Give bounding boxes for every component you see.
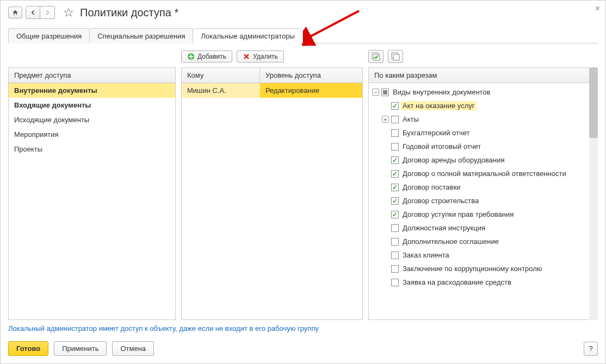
tree-checkbox[interactable] <box>391 279 399 286</box>
forward-button[interactable] <box>40 7 54 18</box>
tree-label: Заказ клиента <box>401 250 451 260</box>
svg-rect-5 <box>393 54 399 60</box>
tree-item[interactable]: Договор строительства <box>369 194 597 208</box>
tree-label: Виды внутренних документов <box>391 87 492 97</box>
tree-checkbox[interactable] <box>381 89 389 96</box>
delete-label: Удалить <box>253 53 278 60</box>
tree-item[interactable]: Договор аренды оборудования <box>369 153 597 167</box>
tree-toggle-icon <box>382 184 389 191</box>
tree-item[interactable]: Договор уступки прав требования <box>369 208 597 221</box>
tree-toggle-icon <box>382 211 389 218</box>
tree-item[interactable]: Договор о полной материальной ответствен… <box>369 167 597 180</box>
tree-item[interactable]: −Виды внутренних документов <box>369 85 597 99</box>
tree-label: Акты <box>401 115 421 124</box>
tree-toggle-icon <box>382 279 389 286</box>
tree-label: Должностная инструкция <box>401 223 487 233</box>
subject-item[interactable]: Проекты <box>9 142 175 156</box>
uncheck-all-button[interactable] <box>388 50 403 63</box>
tree-checkbox[interactable] <box>391 156 399 164</box>
tree-label: Заключение по коррупционному контролю <box>401 264 543 273</box>
subject-list: Предмет доступа Внутренние документы Вхо… <box>8 67 176 320</box>
grant-level: Редактирование <box>260 83 362 98</box>
col-who-header: Кому <box>182 68 260 83</box>
tree-item[interactable]: Должностная инструкция <box>369 221 597 235</box>
subject-item[interactable]: Исходящие документы <box>9 112 175 127</box>
tab-general[interactable]: Общие разрешения <box>8 28 90 43</box>
tree-checkbox[interactable] <box>391 238 399 246</box>
check-all-button[interactable] <box>368 50 384 63</box>
tree-item[interactable]: Акт на оказание услуг <box>369 99 597 112</box>
tree-checkbox[interactable] <box>391 224 399 232</box>
ok-button[interactable]: Готово <box>8 341 48 356</box>
tree-label: Договор строительства <box>401 196 480 205</box>
tab-special[interactable]: Специальные разрешения <box>89 28 193 43</box>
tree-label: Договор аренды оборудования <box>401 155 506 165</box>
grants-table: Кому Уровень доступа Мишин С.А. Редактир… <box>181 67 363 320</box>
tree-checkbox[interactable] <box>391 184 399 191</box>
subject-item[interactable]: Мероприятия <box>9 127 175 142</box>
tree-toggle-icon <box>382 224 389 231</box>
tree-toggle-icon <box>382 265 389 272</box>
tree-item[interactable]: Договор поставки <box>369 180 597 194</box>
scrollbar[interactable] <box>589 67 598 320</box>
uncheck-all-icon <box>391 52 400 61</box>
tree-checkbox[interactable] <box>391 102 399 110</box>
add-label: Добавить <box>197 53 226 60</box>
delete-button[interactable]: Удалить <box>237 51 284 62</box>
tree-label: Акт на оказание услуг <box>401 101 477 110</box>
help-button[interactable]: ? <box>584 342 598 356</box>
grant-row[interactable]: Мишин С.А. Редактирование <box>182 83 362 98</box>
tree-label: Договор о полной материальной ответствен… <box>401 169 568 178</box>
tree-item[interactable]: +Акты <box>369 112 597 126</box>
tree-label: Бухгалтерский отчет <box>401 128 472 137</box>
favorite-icon[interactable] <box>64 8 73 17</box>
tree-toggle-icon[interactable]: + <box>382 116 389 123</box>
tree-toggle-icon <box>382 238 389 245</box>
tree-toggle-icon <box>382 197 389 204</box>
tree-checkbox[interactable] <box>391 129 399 137</box>
cancel-button[interactable]: Отмена <box>112 341 154 356</box>
tree-checkbox[interactable] <box>391 197 399 205</box>
tree-item[interactable]: Заявка на расходование средств <box>369 275 597 289</box>
tree-toggle-icon <box>382 129 389 136</box>
tree-checkbox[interactable] <box>391 170 399 178</box>
filter-tree: По каким разрезам −Виды внутренних докум… <box>368 67 598 320</box>
home-button[interactable] <box>8 7 22 18</box>
tree-label: Годовой итоговый отчет <box>401 142 483 151</box>
tree-label: Заявка на расходование средств <box>401 278 513 287</box>
tree-toggle-icon <box>382 156 389 164</box>
tree-toggle-icon <box>382 102 389 109</box>
hint-text: Локальный администратор имеет доступ к о… <box>1 320 605 337</box>
add-button[interactable]: Добавить <box>181 51 232 62</box>
tree-toggle-icon <box>382 143 389 150</box>
grant-who: Мишин С.А. <box>182 83 260 98</box>
tree-label: Договор уступки прав требования <box>401 210 515 219</box>
tree-item[interactable]: Бухгалтерский отчет <box>369 126 597 140</box>
subject-header: Предмет доступа <box>9 68 175 83</box>
tree-checkbox[interactable] <box>391 143 399 150</box>
apply-button[interactable]: Применить <box>54 341 107 356</box>
filter-header: По каким разрезам <box>369 68 597 83</box>
col-level-header: Уровень доступа <box>260 68 362 83</box>
tree-checkbox[interactable] <box>391 265 399 273</box>
page-title: Политики доступа * <box>80 7 178 19</box>
tree-label: Дополнительное соглашение <box>401 237 500 246</box>
tree-item[interactable]: Дополнительное соглашение <box>369 235 597 248</box>
x-icon <box>243 53 250 60</box>
tree-checkbox[interactable] <box>391 116 399 123</box>
tab-local-admins[interactable]: Локальные администраторы <box>193 28 302 43</box>
tree-item[interactable]: Заказ клиента <box>369 248 597 262</box>
tree-checkbox[interactable] <box>391 252 399 259</box>
check-all-icon <box>372 52 380 61</box>
tree-item[interactable]: Годовой итоговый отчет <box>369 140 597 153</box>
back-button[interactable] <box>26 7 40 18</box>
close-button[interactable]: × <box>595 4 600 14</box>
tree-checkbox[interactable] <box>391 211 399 218</box>
plus-icon <box>187 53 195 60</box>
subject-item[interactable]: Внутренние документы <box>9 83 175 98</box>
tree-label: Договор поставки <box>401 183 462 192</box>
tree-toggle-icon <box>382 252 389 259</box>
tree-item[interactable]: Заключение по коррупционному контролю <box>369 262 597 275</box>
subject-item[interactable]: Входящие документы <box>9 98 175 112</box>
tree-toggle-icon[interactable]: − <box>372 89 379 96</box>
